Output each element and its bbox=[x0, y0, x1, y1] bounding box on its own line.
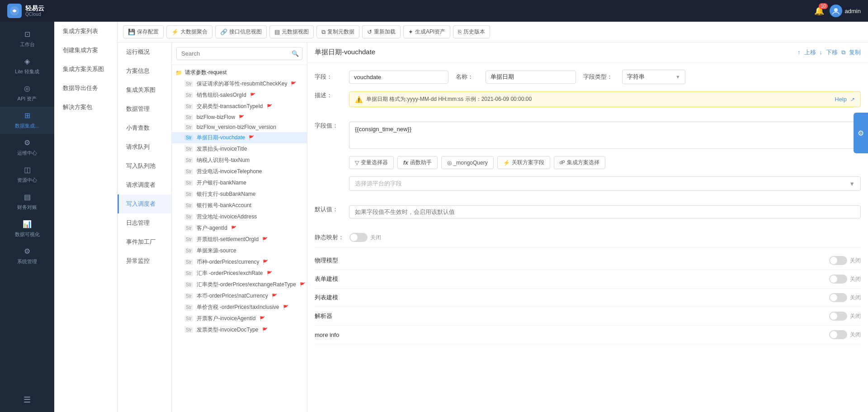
notification-bell[interactable]: 🔔 10 bbox=[814, 6, 824, 16]
default-input[interactable] bbox=[349, 205, 861, 218]
related-field-icon: ⚡ bbox=[503, 160, 510, 166]
physical-model-switch[interactable] bbox=[829, 256, 847, 265]
copy-button[interactable]: 复制 bbox=[849, 48, 861, 57]
source-field-select[interactable]: 选择源平台的字段 ▼ bbox=[349, 176, 861, 191]
nav-data-mgmt[interactable]: 数据管理 bbox=[118, 99, 171, 118]
nav-small-query[interactable]: 小青查数 bbox=[118, 118, 171, 137]
list-build-switch[interactable] bbox=[829, 293, 847, 302]
sidebar-item-workbench[interactable]: ⊡ 工作台 bbox=[0, 25, 54, 52]
nav-request-queue[interactable]: 请求队列 bbox=[118, 137, 171, 156]
list-build-toggle[interactable]: 关闭 bbox=[829, 293, 861, 302]
tree-item-bizflow[interactable]: Str bizFlow-bizFlow 🚩 bbox=[172, 112, 307, 122]
variable-selector-button[interactable]: ▽ 变量选择器 bbox=[349, 156, 394, 169]
api-icon: ◎ bbox=[24, 84, 30, 93]
field-input[interactable] bbox=[349, 71, 448, 84]
nav-solution-pkg[interactable]: 解决方案包 bbox=[54, 98, 117, 117]
save-config-button[interactable]: 💾 保存配置 bbox=[123, 25, 164, 38]
move-down-button[interactable]: 下移 bbox=[826, 48, 838, 57]
resource-icon: ◫ bbox=[24, 166, 31, 174]
nav-event-factory[interactable]: 事件加工厂 bbox=[118, 232, 171, 251]
sidebar-item-resource[interactable]: ◫ 资源中心 bbox=[0, 161, 54, 188]
more-info-switch[interactable] bbox=[829, 330, 847, 339]
tree-item-exchrate[interactable]: Str 汇率 -orderPrices!exchRate 🚩 bbox=[172, 268, 307, 279]
parser-label: 解析器 bbox=[315, 312, 332, 320]
tree-item-currency[interactable]: Str 币种-orderPrices!currency 🚩 bbox=[172, 256, 307, 268]
sidebar-item-data-integration[interactable]: ⊞ 数据集成... bbox=[0, 107, 54, 134]
tree-item-bankaccount[interactable]: Str 银行账号-bankAccount bbox=[172, 200, 307, 211]
sidebar-item-dataviz[interactable]: 📊 数据可视化 bbox=[0, 215, 54, 242]
gen-api-button[interactable]: ✦ 生成API资产 bbox=[403, 25, 450, 38]
sidebar-item-api[interactable]: ◎ API 资产 bbox=[0, 80, 54, 107]
meta-view-button[interactable]: ▤ 元数据视图 bbox=[269, 25, 314, 38]
nav-write-scheduler[interactable]: 写入调度者 bbox=[118, 194, 171, 213]
toggle-text: 关闭 bbox=[370, 234, 381, 242]
field-type-select[interactable]: 字符串 ▼ bbox=[622, 70, 685, 84]
tree-item-agentid[interactable]: Str 客户-agentId 🚩 bbox=[172, 223, 307, 234]
tree-item-invoicetelephone[interactable]: Str 营业电话-invoiceTelephone bbox=[172, 166, 307, 177]
table-build-switch[interactable] bbox=[829, 275, 847, 284]
sidebar-item-lite[interactable]: ◈ Lite 轻集成 bbox=[0, 52, 54, 80]
nav-log-mgmt[interactable]: 日志管理 bbox=[118, 213, 171, 232]
tree-item-exchangeratetype[interactable]: Str 汇率类型-orderPrices!exchangeRateType 🚩 bbox=[172, 279, 307, 290]
history-button[interactable]: ⎘ 历史版本 bbox=[453, 25, 490, 38]
more-info-toggle[interactable]: 关闭 bbox=[829, 330, 861, 339]
search-input[interactable] bbox=[176, 47, 302, 60]
topbar: 轻易云 QCIoud 🔔 10 admin bbox=[0, 0, 868, 22]
related-field-button[interactable]: ⚡ 关联方案字段 bbox=[497, 156, 550, 169]
search-icon: 🔍 bbox=[292, 50, 299, 57]
sidebar-item-sysadmin[interactable]: ⚙ 系统管理 bbox=[0, 242, 54, 270]
tree-item-natcurrency[interactable]: Str 本币-orderPrices!natCurrency 🚩 bbox=[172, 290, 307, 302]
sidebar-item-ops[interactable]: ⚙ 运维中心 bbox=[0, 134, 54, 161]
field-value-editor[interactable]: {{consign_time_new}} bbox=[349, 122, 861, 149]
nav-exception-monitor[interactable]: 异常监控 bbox=[118, 251, 171, 270]
field-label: 字段： bbox=[315, 73, 342, 81]
tree-root[interactable]: 📁 请求参数-request bbox=[172, 67, 307, 78]
tree-item-taxinclusive[interactable]: Str 单价含税 -orderPrices!taxInclusive 🚩 bbox=[172, 302, 307, 313]
logo[interactable]: 轻易云 QCIoud bbox=[7, 4, 44, 18]
api-info-graph-button[interactable]: 🔗 接口信息视图 bbox=[215, 25, 267, 38]
nav-overview[interactable]: 运行概况 bbox=[118, 43, 171, 62]
tree-item-bankname[interactable]: Str 开户银行-bankName bbox=[172, 177, 307, 189]
help-link[interactable]: Help bbox=[835, 96, 847, 103]
nav-create-plan[interactable]: 创建集成方案 bbox=[54, 41, 117, 60]
nav-request-scheduler[interactable]: 请求调度者 bbox=[118, 175, 171, 194]
tree-item-bizflowversion[interactable]: Str bizFlow_version-bizFlow_version bbox=[172, 122, 307, 132]
right-settings-button[interactable]: ⚙ bbox=[854, 113, 868, 153]
tree-item-resubmit[interactable]: Str 保证请求的幂等性-resubmitCheckKey 🚩 bbox=[172, 78, 307, 90]
nav-relation[interactable]: 集成关系图 bbox=[118, 81, 171, 99]
func-helper-button[interactable]: fx 函数助手 bbox=[397, 156, 438, 169]
table-build-toggle[interactable]: 关闭 bbox=[829, 275, 861, 284]
static-mapping-toggle[interactable]: 关闭 bbox=[349, 233, 381, 242]
physical-model-toggle[interactable]: 关闭 bbox=[829, 256, 861, 265]
sidebar-item-finance[interactable]: ▤ 财务对账 bbox=[0, 188, 54, 215]
nav-write-queue[interactable]: 写入队列池 bbox=[118, 156, 171, 175]
tree-item-taxnum[interactable]: Str 纳税人识别号-taxNum bbox=[172, 155, 307, 166]
nav-plan-relation[interactable]: 集成方案关系图 bbox=[54, 60, 117, 79]
tree-item-invoicetitle[interactable]: Str 发票抬头-invoiceTitle bbox=[172, 143, 307, 155]
tree-item-invoiceagentid[interactable]: Str 开票客户-invoiceAgentId 🚩 bbox=[172, 313, 307, 324]
integration-select-button[interactable]: dP 集成方案选择 bbox=[554, 156, 605, 169]
copy-data-button[interactable]: ⧉ 复制元数据 bbox=[316, 25, 359, 38]
tree-item-vouchdate[interactable]: Str 单据日期-vouchdate 🚩 bbox=[172, 132, 307, 143]
tree-item-invoiceaddress[interactable]: Str 营业地址-invoiceAddress bbox=[172, 211, 307, 223]
user-menu[interactable]: admin bbox=[830, 5, 861, 17]
sidebar-item-label: Lite 轻集成 bbox=[15, 68, 39, 75]
menu-icon[interactable]: ☰ bbox=[24, 395, 31, 405]
parser-toggle[interactable]: 关闭 bbox=[829, 312, 861, 321]
nav-data-export[interactable]: 数据导出任务 bbox=[54, 79, 117, 98]
reload-button[interactable]: ↺ 重新加载 bbox=[362, 25, 401, 38]
tree-item-transtype[interactable]: Str 交易类型-transactionTypeId 🚩 bbox=[172, 101, 307, 112]
name-input[interactable] bbox=[486, 71, 576, 84]
tree-item-subbankname[interactable]: Str 银行支行-subBankName bbox=[172, 189, 307, 200]
tree-item-salesorg[interactable]: Str 销售组织-salesOrgId 🚩 bbox=[172, 90, 307, 101]
mongo-query-button[interactable]: ◎ _mongoQuery bbox=[441, 156, 494, 169]
tree-item-source[interactable]: Str 单据来源-source bbox=[172, 245, 307, 256]
nav-plan-info[interactable]: 方案信息 bbox=[118, 62, 171, 81]
nav-integration-list[interactable]: 集成方案列表 bbox=[54, 22, 117, 41]
move-up-button[interactable]: 上移 bbox=[804, 48, 816, 57]
toggle-switch[interactable] bbox=[349, 233, 368, 242]
big-data-button[interactable]: ⚡ 大数据聚合 bbox=[166, 25, 212, 38]
parser-switch[interactable] bbox=[829, 312, 847, 321]
tree-item-invoicedoctype[interactable]: Str 发票类型-invoiceDocType 🚩 bbox=[172, 324, 307, 336]
tree-item-settlementorgid[interactable]: Str 开票组织-settlementOrgId 🚩 bbox=[172, 234, 307, 245]
